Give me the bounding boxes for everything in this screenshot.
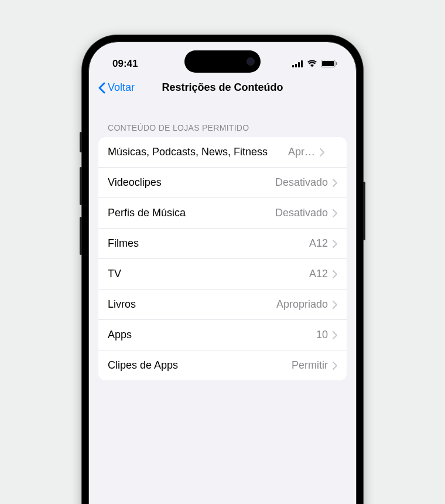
page-title: Restrições de Conteúdo xyxy=(162,81,283,94)
side-button xyxy=(80,167,82,205)
svg-rect-0 xyxy=(292,65,294,67)
row-value: Desativado xyxy=(275,207,328,219)
row-livros[interactable]: Livros Apropriado xyxy=(98,290,347,320)
svg-rect-5 xyxy=(322,61,334,66)
svg-rect-2 xyxy=(298,62,300,67)
chevron-right-icon xyxy=(333,179,337,187)
row-clipes-de-apps[interactable]: Clipes de Apps Permitir xyxy=(98,350,347,380)
row-label: Videoclipes xyxy=(108,176,271,189)
settings-list: Músicas, Podcasts, News, Fitness Apr… Vi… xyxy=(98,137,347,380)
chevron-right-icon xyxy=(333,270,337,278)
row-filmes[interactable]: Filmes A12 xyxy=(98,229,347,259)
camera-dot xyxy=(247,57,255,66)
status-icons xyxy=(292,60,337,67)
phone-frame: 09:41 xyxy=(82,35,363,504)
row-value: A12 xyxy=(309,268,328,280)
row-music-podcasts-news-fitness[interactable]: Músicas, Podcasts, News, Fitness Apr… xyxy=(98,137,347,168)
status-time: 09:41 xyxy=(112,58,138,70)
row-value: Permitir xyxy=(292,359,328,372)
row-label: Filmes xyxy=(108,237,304,250)
chevron-right-icon xyxy=(333,240,337,248)
svg-rect-6 xyxy=(336,62,337,65)
svg-rect-3 xyxy=(301,60,303,67)
row-label: TV xyxy=(108,268,304,280)
chevron-right-icon xyxy=(320,148,324,156)
chevron-left-icon xyxy=(98,82,105,94)
side-button xyxy=(80,217,82,255)
row-label: Livros xyxy=(108,298,272,311)
battery-icon xyxy=(321,60,337,67)
chevron-right-icon xyxy=(333,301,337,309)
row-label: Músicas, Podcasts, News, Fitness xyxy=(108,146,283,158)
chevron-right-icon xyxy=(333,209,337,217)
row-label: Perfis de Música xyxy=(108,207,271,219)
cellular-signal-icon xyxy=(292,60,303,67)
row-value: 10 xyxy=(316,329,328,341)
row-value: Apr… xyxy=(288,146,315,158)
row-perfis-de-musica[interactable]: Perfis de Música Desativado xyxy=(98,198,347,229)
dynamic-island xyxy=(184,50,261,73)
side-button xyxy=(80,132,82,152)
row-label: Clipes de Apps xyxy=(108,359,287,372)
row-tv[interactable]: TV A12 xyxy=(98,259,347,290)
row-videoclipes[interactable]: Videoclipes Desativado xyxy=(98,168,347,198)
phone-screen: 09:41 xyxy=(88,42,357,504)
row-value: Apropriado xyxy=(276,298,328,311)
row-apps[interactable]: Apps 10 xyxy=(98,320,347,350)
row-value: Desativado xyxy=(275,176,328,189)
row-label: Apps xyxy=(108,329,312,341)
chevron-right-icon xyxy=(333,362,337,370)
side-button xyxy=(363,182,365,240)
chevron-right-icon xyxy=(333,331,337,339)
navigation-bar: Voltar Restrições de Conteúdo xyxy=(89,74,356,100)
row-value: A12 xyxy=(309,237,328,250)
wifi-icon xyxy=(307,60,317,67)
back-button[interactable]: Voltar xyxy=(98,81,135,94)
back-label: Voltar xyxy=(108,81,135,94)
section-header: CONTEÚDO DE LOJAS PERMITIDO xyxy=(98,123,347,137)
svg-rect-1 xyxy=(295,64,297,67)
settings-content: CONTEÚDO DE LOJAS PERMITIDO Músicas, Pod… xyxy=(89,123,356,380)
